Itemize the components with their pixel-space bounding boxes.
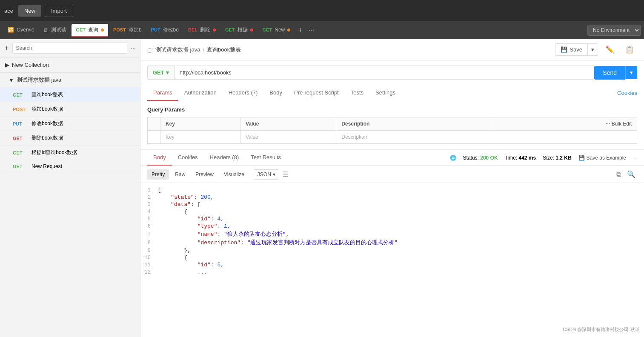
tab-label: Overvie — [17, 27, 34, 33]
tab-pre-request[interactable]: Pre-request Script — [288, 85, 345, 101]
col-check-header — [148, 117, 160, 131]
new-button[interactable]: New — [18, 5, 41, 17]
time-label: Time: 442 ms — [505, 155, 536, 161]
code-line: 2 "state": 200, — [140, 194, 644, 201]
add-tab-button[interactable]: + — [295, 26, 305, 35]
code-line: 7 "name": "狼人杀的队友心态分析", — [140, 230, 644, 238]
resp-tab-cookies[interactable]: Cookies — [172, 150, 204, 166]
tab-ceshi[interactable]: 🗑 测试请 — [39, 24, 71, 37]
collection-label: New Collection — [12, 62, 49, 68]
tab-get-root[interactable]: GET 根据 — [221, 24, 258, 37]
request-label: New Request — [31, 163, 62, 169]
request-item[interactable]: PUT 修改book数据 — [0, 117, 140, 131]
resp-tab-headers[interactable]: Headers (8) — [204, 150, 245, 166]
resp-tab-test-results[interactable]: Test Results — [245, 150, 287, 166]
main-layout: + ··· ▶ New Collection ▼ 测试请求数据 java GET… — [0, 39, 644, 337]
save-button[interactable]: 💾 Save — [555, 43, 587, 56]
sidebar-header: + ··· — [0, 39, 140, 57]
request-item[interactable]: GET 根据id查询book数据 — [0, 146, 140, 160]
json-format-selector[interactable]: JSON ▾ — [254, 169, 279, 180]
search-input[interactable] — [12, 43, 128, 54]
tab-post-add[interactable]: POST 添加b — [109, 24, 146, 37]
response-more-button[interactable]: ··· — [633, 155, 637, 161]
method-value: GET — [153, 69, 164, 76]
tab-get-new[interactable]: GET New — [258, 24, 295, 36]
send-dropdown-button[interactable]: ▾ — [625, 66, 637, 79]
json-label: JSON — [258, 171, 271, 177]
tab-dot — [250, 29, 253, 31]
tab-overview[interactable]: 🔁 Overvie — [3, 24, 38, 36]
filter-button[interactable]: ☰ — [281, 168, 290, 180]
request-item-new[interactable]: GET New Request — [0, 160, 140, 173]
import-button[interactable]: Import — [45, 5, 73, 17]
copy-response-button[interactable]: ⧉ — [615, 168, 623, 180]
code-line: 10 { — [140, 254, 644, 261]
response-tabs: Body Cookies Headers (8) Test Results 🌐 … — [140, 150, 644, 166]
save-icon: 💾 — [561, 46, 567, 53]
environment-selector[interactable]: No Environment — [587, 25, 641, 36]
tab-label: 测试请 — [51, 26, 66, 34]
sidebar-items: ▶ New Collection ▼ 测试请求数据 java GET 查询boo… — [0, 57, 140, 337]
col-key-header: Key — [160, 117, 240, 131]
tab-headers[interactable]: Headers (7) — [223, 85, 264, 101]
tab-del-delete[interactable]: DEL 删除 — [184, 24, 220, 37]
code-line: 4 { — [140, 208, 644, 215]
code-line: 12 ... — [140, 268, 644, 276]
save-dropdown-button[interactable]: ▾ — [587, 43, 598, 56]
tab-params[interactable]: Params — [147, 85, 178, 101]
overview-icon: 🔁 — [8, 27, 14, 33]
row-check[interactable] — [148, 131, 160, 144]
sidebar-more-button[interactable]: ··· — [131, 45, 136, 51]
breadcrumb-separator: / — [203, 46, 204, 53]
send-button[interactable]: Send — [594, 66, 625, 80]
code-line: 11 "id": 5, — [140, 261, 644, 268]
method-badge: PUT — [13, 121, 28, 126]
request-item[interactable]: POST 添加book数据 — [0, 102, 140, 117]
code-line: 3 "data": [ — [140, 201, 644, 208]
more-tabs-button[interactable]: ··· — [306, 26, 317, 34]
save-example-button[interactable]: 💾 Save as Example — [578, 155, 626, 161]
url-input[interactable] — [175, 66, 595, 80]
tab-label: 查询 — [88, 26, 98, 34]
row-key-input[interactable]: Key — [160, 131, 240, 144]
tab-get-query[interactable]: GET 查询 — [72, 24, 108, 37]
params-row-empty: Key Value Description — [148, 131, 637, 144]
globe-icon: 🌐 — [450, 155, 456, 161]
request-item[interactable]: GET 删除book数据 — [0, 131, 140, 146]
request-item[interactable]: GET 查询book整表 — [0, 88, 140, 102]
row-value-input[interactable]: Value — [240, 131, 336, 144]
tab-authorization[interactable]: Authorization — [178, 85, 223, 101]
copy-button[interactable]: 📋 — [622, 44, 637, 55]
cookies-link[interactable]: Cookies — [617, 90, 637, 96]
tab-label: New — [275, 27, 285, 33]
tab-put-modify[interactable]: PUT 修改bo — [147, 24, 183, 37]
tab-settings[interactable]: Settings — [369, 85, 401, 101]
save-button-group: 💾 Save ▾ — [555, 43, 598, 56]
request-label: 查询book整表 — [31, 91, 63, 98]
arrow-icon: ▶ — [5, 62, 9, 68]
sub-collection-java[interactable]: ▼ 测试请求数据 java — [0, 73, 140, 88]
search-response-button[interactable]: 🔍 — [625, 168, 637, 180]
size-value: 1.2 KB — [555, 155, 571, 161]
method-selector[interactable]: GET ▾ — [147, 66, 175, 80]
body-tab-visualize[interactable]: Visualize — [220, 169, 249, 180]
resp-tab-body[interactable]: Body — [147, 150, 172, 166]
more-icon: ··· — [606, 121, 610, 127]
bulk-edit-button[interactable]: Bulk Edit — [612, 121, 632, 127]
body-tab-preview[interactable]: Preview — [191, 169, 218, 180]
add-collection-button[interactable]: + — [4, 44, 9, 53]
method-badge: POST — [13, 107, 28, 112]
tab-tests[interactable]: Tests — [345, 85, 369, 101]
tab-body[interactable]: Body — [263, 85, 288, 101]
row-desc-input[interactable]: Description — [336, 131, 637, 144]
tab-label: 修改bo — [163, 26, 179, 34]
collection-new[interactable]: ▶ New Collection — [0, 57, 140, 73]
body-tab-raw[interactable]: Raw — [171, 169, 189, 180]
method-label: PUT — [151, 27, 160, 32]
tab-label: 添加b — [129, 26, 142, 34]
breadcrumb-collection: 测试请求数据 java — [155, 46, 200, 54]
content-area: ⬚ 测试请求数据 java / 查询book整表 💾 Save ▾ ✏️ 📋 G… — [140, 39, 644, 337]
code-line: 1 { — [140, 186, 644, 194]
edit-button[interactable]: ✏️ — [602, 44, 618, 55]
body-tab-pretty[interactable]: Pretty — [147, 169, 169, 180]
